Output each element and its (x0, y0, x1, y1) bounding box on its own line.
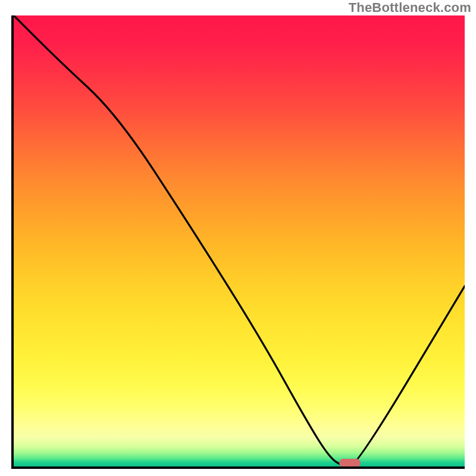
optimal-marker (339, 459, 361, 466)
chart-container: TheBottleneck.com (0, 0, 476, 476)
watermark-text: TheBottleneck.com (349, 0, 471, 15)
bottleneck-curve (14, 15, 465, 466)
curve-svg (14, 15, 465, 466)
plot-area (14, 15, 465, 466)
